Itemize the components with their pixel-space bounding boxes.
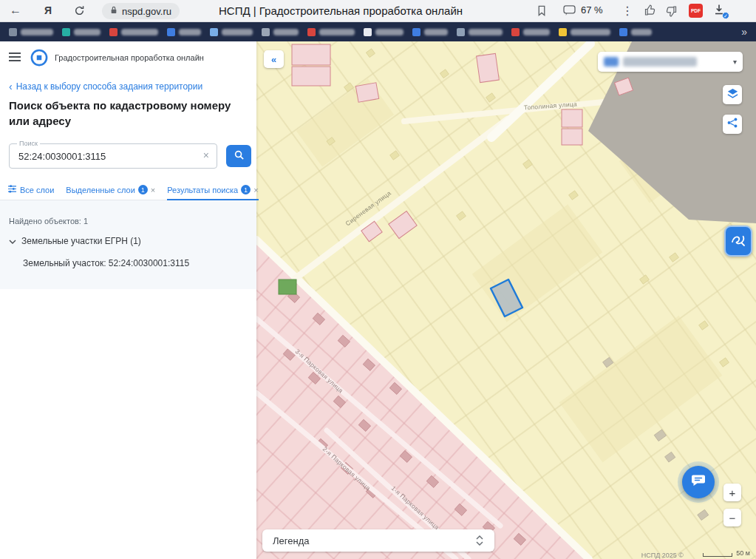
nspd-logo (30, 48, 49, 70)
result-group-egrn[interactable]: Земельные участки ЕГРН (1) (9, 236, 141, 246)
collapse-panel-button[interactable]: « (264, 50, 284, 68)
bookmark-item[interactable] (9, 28, 53, 36)
bookmark-item[interactable] (457, 28, 503, 36)
layers-filter-icon (7, 185, 17, 194)
yandex-icon[interactable]: Я (44, 4, 52, 16)
green-parcel (279, 280, 296, 294)
search-button[interactable] (226, 145, 251, 167)
sidebar: Градостроительная проработка онлайн ‹ На… (0, 41, 256, 559)
app-title: Градостроительная проработка онлайн (55, 53, 204, 62)
browser-menu-icon[interactable]: ⋮ (622, 3, 633, 19)
result-group-label: Земельные участки ЕГРН (1) (21, 236, 141, 246)
dropdown-blurred-icon (604, 57, 619, 67)
search-input[interactable]: Поиск 52:24:0030001:3115 × (9, 143, 217, 169)
zoom-in-button[interactable]: + (723, 484, 741, 501)
browser-back-button[interactable]: ← (10, 2, 21, 18)
download-done-badge: ✓ (722, 12, 729, 19)
map-layers-button[interactable] (723, 85, 742, 104)
dropdown-blurred-text (623, 57, 697, 67)
search-input-value: 52:24:0030001:3115 (18, 151, 106, 162)
scale-label: 50 м (736, 549, 750, 557)
search-results-panel: Найдено объектов: 1 Земельные участки ЕГ… (0, 200, 256, 289)
download-icon[interactable]: ✓ (713, 4, 726, 17)
map-attribution: НСПД 2025 © (641, 552, 684, 559)
map-share-button[interactable] (723, 115, 742, 134)
legend-bar[interactable]: Легенда (262, 529, 494, 552)
thumb-up-icon[interactable] (644, 4, 656, 18)
hamburger-menu-icon[interactable] (8, 52, 21, 65)
legend-expand-icon[interactable] (475, 535, 484, 546)
bookmark-item[interactable] (262, 28, 299, 36)
tab-search-results[interactable]: Результаты поиска 1 × (167, 185, 258, 200)
share-icon (726, 117, 738, 132)
chevron-down-icon (9, 236, 16, 246)
bookmark-item[interactable] (559, 28, 610, 36)
found-objects-label: Найдено объектов: 1 (9, 217, 88, 226)
tab-all-layers[interactable]: Все слои (7, 185, 54, 200)
bookmark-item[interactable] (167, 28, 201, 36)
bookmark-item[interactable] (619, 28, 652, 36)
thumb-down-icon[interactable] (665, 6, 677, 20)
panel-heading: Поиск объекта по кадастровому номеру или… (9, 98, 248, 129)
chevron-down-icon: ▾ (733, 58, 737, 66)
layers-icon (726, 87, 739, 103)
search-input-label: Поиск (17, 140, 40, 147)
tab-all-layers-label: Все слои (20, 186, 54, 194)
bookmarks-bar: » (0, 22, 756, 41)
scale-line (703, 553, 732, 557)
chat-icon (690, 472, 706, 492)
back-chevron-icon: ‹ (9, 82, 13, 91)
bookmark-item[interactable] (109, 28, 158, 36)
bookmark-item[interactable] (307, 28, 355, 36)
map-container: Тополиная улица Сиреневая улица 3-я Парк… (256, 41, 756, 559)
bookmark-item[interactable] (412, 28, 448, 36)
bookmark-item[interactable] (210, 28, 253, 36)
search-icon (234, 149, 245, 163)
map-basemap-dropdown[interactable]: ▾ (598, 52, 743, 72)
bookmark-item[interactable] (511, 28, 550, 36)
clear-search-icon[interactable]: × (203, 149, 209, 161)
page-title: НСПД | Градостроительная проработка онла… (219, 4, 463, 17)
close-tab-icon[interactable]: × (151, 186, 155, 194)
zoom-out-button[interactable]: − (723, 509, 741, 526)
browser-window: ← Я nspd.gov.ru НСПД | Градостроительная… (0, 0, 756, 559)
bookmark-item[interactable] (364, 28, 403, 36)
zoom-indicator[interactable]: 67 % (581, 4, 603, 16)
close-tab-icon[interactable]: × (253, 186, 258, 194)
reload-icon[interactable] (74, 5, 85, 19)
pdf-extension-icon[interactable]: PDF (689, 4, 703, 18)
map-scale: 50 м (703, 549, 750, 557)
result-item-parcel[interactable]: Земельный участок: 52:24:0030001:3115 (23, 258, 189, 268)
selected-layers-badge: 1 (138, 185, 148, 194)
back-link-label: Назад к выбору способа задания территори… (16, 81, 203, 92)
url-text: nspd.gov.ru (122, 6, 171, 17)
search-results-badge: 1 (241, 185, 251, 194)
lock-icon (110, 4, 118, 18)
tab-selected-layers[interactable]: Выделенные слои 1 × (66, 185, 155, 200)
comments-icon[interactable] (563, 5, 576, 19)
tab-selected-layers-label: Выделенные слои (66, 186, 134, 194)
address-bar[interactable]: nspd.gov.ru (102, 3, 180, 19)
bookmark-icon[interactable] (537, 5, 546, 19)
back-to-territory-link[interactable]: ‹ Назад к выбору способа задания террито… (9, 81, 202, 92)
draw-area-icon (729, 231, 747, 251)
layer-tabs: Все слои Выделенные слои 1 × Результаты … (0, 179, 256, 200)
chat-button[interactable] (682, 466, 715, 498)
legend-label: Легенда (273, 535, 309, 546)
bookmarks-overflow-icon[interactable]: » (741, 26, 747, 38)
bookmark-item[interactable] (62, 28, 101, 36)
draw-territory-tab[interactable] (724, 226, 752, 257)
tab-search-results-label: Результаты поиска (167, 186, 238, 194)
browser-chrome: ← Я nspd.gov.ru НСПД | Градостроительная… (0, 0, 756, 22)
